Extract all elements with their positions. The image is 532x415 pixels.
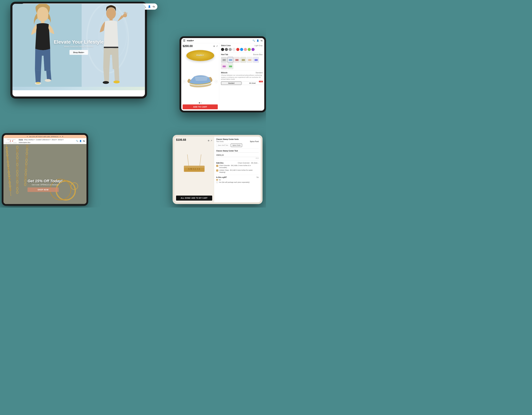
- shoe-nav: ☰ made+ 🔍 👤 🛍: [181, 38, 264, 43]
- tablet-jewelry: ✦ Get 15% off TODAY with code: SPRING15 …: [2, 133, 88, 206]
- heel-tab-4[interactable]: [240, 57, 246, 63]
- jewelry-text-overlay: Get 15% Off Today! Use Code: SPRING15 at…: [28, 179, 62, 192]
- jewelry-logo-main: ✦ ✦: [9, 140, 13, 142]
- heel-tab-value: Bonnie Blue: [253, 54, 263, 56]
- stamp-text-section: Classic Stamp Center Text 6/13: [216, 150, 259, 159]
- shoe-left-panel: $200.00 ⊕ ↗ made+ ‹: [181, 43, 219, 111]
- shoe-search-icon[interactable]: 🔍: [253, 39, 255, 42]
- swatch-white[interactable]: [232, 48, 236, 51]
- shoe-cart-icon[interactable]: 🛍: [260, 39, 263, 42]
- svg-point-15: [123, 14, 127, 17]
- tablet-nameplate-screen: $106.68 ⊕ ↗ AMALIA: [174, 137, 261, 202]
- nav-about[interactable]: About ▾: [52, 139, 57, 141]
- nameplate-price: $106.68: [176, 138, 186, 141]
- addon-label-row: Add-Ons Chain Extender - $6 (Add...: [216, 162, 259, 164]
- nameplate-share-icon[interactable]: ↗: [210, 139, 212, 142]
- shoe-logo: made+: [187, 39, 194, 42]
- nameplate-left-panel: $106.68 ⊕ ↗ AMALIA: [174, 137, 214, 202]
- midsole-3d[interactable]: 3D Zonal LIVE!: [242, 81, 263, 85]
- shop-made-button[interactable]: Shop Made+: [69, 50, 88, 55]
- addon-checkbox-1[interactable]: ✓: [216, 165, 218, 167]
- shoe-image: [186, 74, 214, 89]
- swatch-red[interactable]: [236, 48, 239, 51]
- jewelry-background-svg: [3, 144, 86, 204]
- promo-star-left: ✦: [27, 136, 28, 137]
- shoe-prev-arrow[interactable]: ‹: [183, 80, 186, 83]
- curated-chevron: ▾: [50, 139, 50, 141]
- stamp-text-input[interactable]: [216, 153, 259, 157]
- extras-chevron: ▾: [63, 139, 64, 141]
- svg-rect-23: [229, 59, 232, 61]
- gift-yes-option[interactable]: Yes (We will package each piece separate…: [216, 181, 259, 183]
- nameplate-image-svg: AMALIA: [177, 153, 211, 185]
- shoe-action-icons: ⊕ ↗: [213, 45, 218, 47]
- swatch-black[interactable]: [221, 48, 224, 51]
- shoe-dot-1[interactable]: [199, 102, 200, 104]
- nameplate-add-to-cart[interactable]: ALL DONE! ADD TO MY CART: [176, 196, 212, 201]
- midsole-section: Midsole Standard Choose between our conv…: [221, 72, 263, 85]
- midsole-options: Standard 3D Zonal LIVE!: [221, 81, 263, 85]
- heel-tab-5[interactable]: [247, 57, 253, 63]
- heel-tab-2[interactable]: [228, 57, 233, 63]
- svg-rect-27: [242, 59, 245, 61]
- shoe-menu-icon[interactable]: ☰: [183, 39, 185, 42]
- nameplate-divider-1: [216, 148, 259, 149]
- gift-no-option[interactable]: No: [216, 179, 259, 181]
- jewelry-cta-text: SHOP NOW: [38, 189, 48, 191]
- shoe-next-arrow[interactable]: ›: [215, 80, 218, 83]
- swatch-pink[interactable]: [244, 48, 247, 51]
- addon-section: Add-Ons Chain Extender - $6 (Add... ✓ Ch…: [216, 162, 259, 173]
- shoe-share-icon[interactable]: ↗: [216, 45, 218, 47]
- swatch-green[interactable]: [248, 48, 251, 51]
- jewelry-cta-bar[interactable]: SHOP NOW: [28, 188, 59, 192]
- jewelry-logo-top: rightly royce: [7, 139, 16, 140]
- midsole-label: Midsole: [221, 72, 228, 74]
- promo-text: Get 15% off TODAY with code: SPRING15: [29, 136, 58, 137]
- shoe-add-to-cart[interactable]: ADD TO CART: [183, 104, 218, 109]
- heel-tab-3[interactable]: [234, 57, 240, 63]
- heel-tab-8[interactable]: [228, 63, 233, 69]
- nav-shop-jewelry[interactable]: Shop Jewelry ▾: [24, 139, 35, 141]
- stitch-color-row: Stitch Color Light Gray: [221, 45, 263, 47]
- heel-tab-7[interactable]: [221, 63, 227, 69]
- shoe-user-icon[interactable]: 👤: [256, 39, 259, 42]
- jewelry-hero-title: Get 15% Off Today!: [28, 179, 62, 183]
- jewelry-logo-sub: ELYSIUM + HOPE: [6, 142, 17, 143]
- svg-rect-87: [184, 166, 204, 168]
- jewelry-search-icon[interactable]: 🔍: [76, 140, 78, 142]
- gift-radio-no[interactable]: [216, 179, 218, 181]
- swatch-dark-gray[interactable]: [225, 48, 228, 51]
- swatch-purple[interactable]: [251, 48, 255, 51]
- heel-tab-1[interactable]: [221, 57, 227, 63]
- jewelry-logo: rightly royce ✦ ✦ ELYSIUM + HOPE: [5, 139, 17, 143]
- nav-extras[interactable]: Extras ▾: [58, 139, 64, 141]
- gift-label-row: Is this a gift? No: [216, 176, 259, 178]
- nav-home[interactable]: Home: [19, 139, 23, 141]
- nameplate-zoom-icon[interactable]: ⊕: [208, 139, 209, 142]
- nameplate-divider-3: [216, 175, 259, 175]
- midsole-label-row: Midsole Standard: [221, 72, 263, 74]
- svg-rect-12: [104, 47, 118, 48]
- shoe-price-row: $200.00 ⊕ ↗: [183, 45, 218, 48]
- shoe-zoom-icon[interactable]: ⊕: [213, 45, 215, 47]
- font-spice[interactable]: Spice Fonts: [231, 143, 242, 147]
- heel-tab-6[interactable]: [253, 57, 259, 63]
- hero-text: Elevate Your Lifestyle Where Perfection …: [54, 39, 104, 55]
- midsole-standard[interactable]: Standard: [221, 81, 241, 85]
- swatch-gray[interactable]: [229, 48, 232, 51]
- jewelry-user-icon[interactable]: 👤: [79, 140, 82, 142]
- midsole-value: Standard: [256, 72, 263, 74]
- gift-radio-group: No Yes (We will package each piece separ…: [216, 179, 259, 183]
- font-sans-serif[interactable]: Sans Serif Text: [216, 143, 230, 147]
- swatch-blue[interactable]: [240, 48, 243, 51]
- stitch-color-value: Light Gray: [255, 45, 263, 47]
- gift-radio-yes[interactable]: [216, 181, 218, 183]
- promo-close-icon[interactable]: ✕: [62, 136, 63, 137]
- tablet-shoe-screen: ☰ made+ 🔍 👤 🛍 $200.00 ⊕ ↗ made+: [181, 38, 264, 111]
- nav-curated[interactable]: Curated Collections ▾: [36, 139, 50, 141]
- nav-subscription[interactable]: Subscription Box: [19, 141, 30, 143]
- shoe-dot-2[interactable]: [201, 102, 202, 104]
- hot-badge: LIVE!: [259, 81, 263, 82]
- addon-checkbox-2[interactable]: ✓: [216, 170, 218, 171]
- jewelry-cart-icon[interactable]: 🛍: [83, 140, 85, 142]
